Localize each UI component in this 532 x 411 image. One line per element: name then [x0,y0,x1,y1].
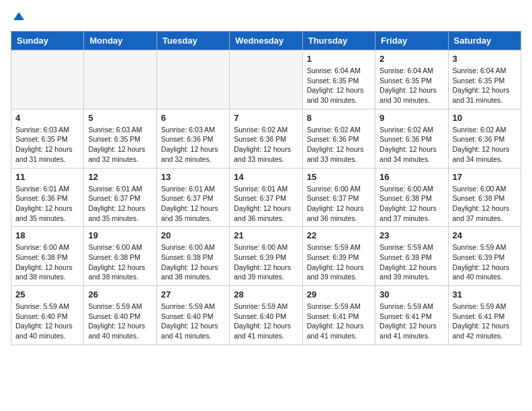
day-header-wednesday: Wednesday [230,32,302,50]
day-number: 5 [88,113,152,123]
day-info: Sunrise: 5:59 AMSunset: 6:41 PMDaylight:… [307,302,371,341]
day-cell: 29Sunrise: 5:59 AMSunset: 6:41 PMDayligh… [302,286,375,345]
day-cell: 20Sunrise: 6:00 AMSunset: 6:38 PMDayligh… [157,227,229,286]
header [11,11,521,24]
day-info: Sunrise: 6:01 AMSunset: 6:37 PMDaylight:… [234,184,298,224]
day-info: Sunrise: 6:04 AMSunset: 6:35 PMDaylight:… [453,66,517,105]
day-number: 17 [453,172,517,182]
day-info: Sunrise: 6:02 AMSunset: 6:36 PMDaylight:… [307,125,371,165]
day-number: 10 [453,113,517,123]
logo-icon [12,11,26,24]
day-cell: 12Sunrise: 6:01 AMSunset: 6:37 PMDayligh… [84,168,157,227]
week-row-4: 18Sunrise: 6:00 AMSunset: 6:38 PMDayligh… [11,227,521,286]
day-cell: 31Sunrise: 5:59 AMSunset: 6:41 PMDayligh… [448,286,521,345]
day-info: Sunrise: 6:00 AMSunset: 6:38 PMDaylight:… [453,184,517,224]
day-cell: 1Sunrise: 6:04 AMSunset: 6:35 PMDaylight… [302,50,375,109]
day-header-friday: Friday [375,32,448,50]
week-row-1: 1Sunrise: 6:04 AMSunset: 6:35 PMDaylight… [11,50,521,109]
day-number: 28 [234,289,298,300]
day-cell: 5Sunrise: 6:03 AMSunset: 6:35 PMDaylight… [84,109,157,168]
day-info: Sunrise: 5:59 AMSunset: 6:39 PMDaylight:… [307,242,371,282]
day-info: Sunrise: 6:00 AMSunset: 6:38 PMDaylight:… [380,184,443,224]
day-cell: 18Sunrise: 6:00 AMSunset: 6:38 PMDayligh… [11,227,84,286]
day-info: Sunrise: 5:59 AMSunset: 6:39 PMDaylight:… [453,242,517,282]
day-cell: 21Sunrise: 6:00 AMSunset: 6:39 PMDayligh… [230,227,302,286]
day-info: Sunrise: 6:02 AMSunset: 6:36 PMDaylight:… [380,125,443,165]
day-cell: 28Sunrise: 5:59 AMSunset: 6:40 PMDayligh… [230,286,302,345]
day-cell: 17Sunrise: 6:00 AMSunset: 6:38 PMDayligh… [448,168,521,227]
day-cell: 8Sunrise: 6:02 AMSunset: 6:36 PMDaylight… [302,109,375,168]
day-info: Sunrise: 6:03 AMSunset: 6:35 PMDaylight:… [15,125,79,165]
day-cell [230,50,302,109]
day-info: Sunrise: 6:01 AMSunset: 6:37 PMDaylight:… [161,184,225,224]
day-cell [157,50,229,109]
day-number: 9 [380,113,443,123]
day-number: 15 [307,172,371,182]
day-cell: 26Sunrise: 5:59 AMSunset: 6:40 PMDayligh… [84,286,157,345]
day-number: 24 [453,230,517,240]
day-cell: 25Sunrise: 5:59 AMSunset: 6:40 PMDayligh… [11,286,84,345]
day-header-monday: Monday [84,32,157,50]
day-info: Sunrise: 6:03 AMSunset: 6:36 PMDaylight:… [161,125,225,165]
day-cell: 9Sunrise: 6:02 AMSunset: 6:36 PMDaylight… [375,109,448,168]
day-info: Sunrise: 6:00 AMSunset: 6:38 PMDaylight:… [15,242,79,282]
day-cell [84,50,157,109]
day-number: 2 [380,54,443,64]
day-info: Sunrise: 6:02 AMSunset: 6:36 PMDaylight:… [453,125,517,165]
day-info: Sunrise: 6:00 AMSunset: 6:38 PMDaylight:… [88,242,152,282]
day-number: 8 [307,113,371,123]
day-cell: 23Sunrise: 5:59 AMSunset: 6:39 PMDayligh… [375,227,448,286]
day-header-sunday: Sunday [11,32,84,50]
day-number: 19 [88,230,152,240]
day-number: 30 [380,289,443,300]
day-info: Sunrise: 5:59 AMSunset: 6:40 PMDaylight:… [88,302,152,341]
day-info: Sunrise: 5:59 AMSunset: 6:39 PMDaylight:… [380,242,443,282]
day-info: Sunrise: 5:59 AMSunset: 6:40 PMDaylight:… [15,302,79,341]
day-cell: 3Sunrise: 6:04 AMSunset: 6:35 PMDaylight… [448,50,521,109]
day-info: Sunrise: 6:00 AMSunset: 6:39 PMDaylight:… [234,242,298,282]
day-number: 25 [15,289,79,300]
day-info: Sunrise: 6:01 AMSunset: 6:36 PMDaylight:… [15,184,79,224]
svg-marker-0 [13,12,24,20]
day-number: 4 [15,113,79,123]
day-info: Sunrise: 6:00 AMSunset: 6:37 PMDaylight:… [307,184,371,224]
day-cell: 15Sunrise: 6:00 AMSunset: 6:37 PMDayligh… [302,168,375,227]
day-cell: 10Sunrise: 6:02 AMSunset: 6:36 PMDayligh… [448,109,521,168]
day-cell: 7Sunrise: 6:02 AMSunset: 6:36 PMDaylight… [230,109,302,168]
day-cell: 2Sunrise: 6:04 AMSunset: 6:35 PMDaylight… [375,50,448,109]
day-info: Sunrise: 5:59 AMSunset: 6:41 PMDaylight:… [453,302,517,341]
day-number: 29 [307,289,371,300]
day-cell: 22Sunrise: 5:59 AMSunset: 6:39 PMDayligh… [302,227,375,286]
day-cell: 16Sunrise: 6:00 AMSunset: 6:38 PMDayligh… [375,168,448,227]
day-number: 26 [88,289,152,300]
day-info: Sunrise: 5:59 AMSunset: 6:40 PMDaylight:… [234,302,298,341]
day-info: Sunrise: 6:01 AMSunset: 6:37 PMDaylight:… [88,184,152,224]
day-cell: 13Sunrise: 6:01 AMSunset: 6:37 PMDayligh… [157,168,229,227]
day-header-tuesday: Tuesday [157,32,229,50]
day-cell: 24Sunrise: 5:59 AMSunset: 6:39 PMDayligh… [448,227,521,286]
day-number: 22 [307,230,371,240]
day-cell: 6Sunrise: 6:03 AMSunset: 6:36 PMDaylight… [157,109,229,168]
day-number: 18 [15,230,79,240]
day-cell: 4Sunrise: 6:03 AMSunset: 6:35 PMDaylight… [11,109,84,168]
day-number: 6 [161,113,225,123]
day-number: 7 [234,113,298,123]
day-info: Sunrise: 5:59 AMSunset: 6:41 PMDaylight:… [380,302,443,341]
day-cell [11,50,84,109]
day-cell: 19Sunrise: 6:00 AMSunset: 6:38 PMDayligh… [84,227,157,286]
day-header-thursday: Thursday [302,32,375,50]
day-info: Sunrise: 6:04 AMSunset: 6:35 PMDaylight:… [380,66,443,105]
day-number: 3 [453,54,517,64]
day-number: 16 [380,172,443,182]
day-info: Sunrise: 6:03 AMSunset: 6:35 PMDaylight:… [88,125,152,165]
day-info: Sunrise: 6:04 AMSunset: 6:35 PMDaylight:… [307,66,371,105]
day-number: 31 [453,289,517,300]
day-cell: 30Sunrise: 5:59 AMSunset: 6:41 PMDayligh… [375,286,448,345]
day-cell: 14Sunrise: 6:01 AMSunset: 6:37 PMDayligh… [230,168,302,227]
day-info: Sunrise: 5:59 AMSunset: 6:40 PMDaylight:… [161,302,225,341]
day-number: 1 [307,54,371,64]
day-number: 20 [161,230,225,240]
day-number: 13 [161,172,225,182]
day-number: 23 [380,230,443,240]
day-number: 12 [88,172,152,182]
